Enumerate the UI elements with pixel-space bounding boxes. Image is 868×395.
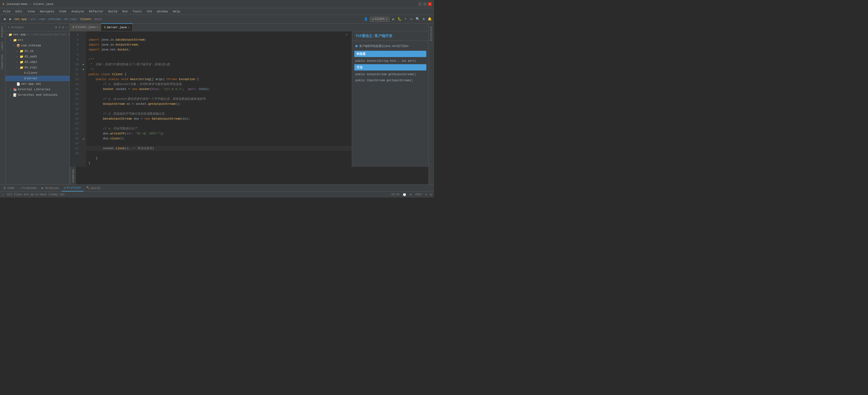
project-settings-icon[interactable]: ⊕ — [55, 26, 57, 29]
breadcrumb-src[interactable]: src — [30, 18, 36, 21]
titlebar-title: javasepromax - Client.java — [6, 2, 53, 6]
project-close-icon[interactable]: ─ — [65, 26, 67, 29]
settings-icon[interactable]: ⚙ — [422, 17, 426, 21]
menu-file[interactable]: File — [1, 9, 12, 14]
tree-label-net-app: net-app — [13, 33, 26, 36]
run-config-dropdown[interactable]: ▶ Client ▾ — [370, 17, 390, 22]
menu-help[interactable]: Help — [171, 9, 182, 14]
bottom-tab-terminal[interactable]: ▶ Terminal — [39, 185, 61, 192]
folder-icon-src: 📁 — [13, 38, 17, 42]
tab-client-java[interactable]: C Client.java ✕ — [70, 23, 101, 31]
tab-close-client[interactable]: ✕ — [96, 26, 98, 29]
breadcrumb-com[interactable]: com — [39, 18, 45, 21]
project-dropdown-icon[interactable]: ▾ Project — [8, 26, 24, 29]
tree-item-client[interactable]: ▸ C Client — [5, 70, 70, 76]
tree-item-d1-ip[interactable]: ▸ 📁 d1_ip — [5, 48, 70, 54]
tree-item-d3-udp2[interactable]: ▸ 📁 d3_udp2 — [5, 59, 70, 65]
update-icon[interactable]: 🔔 — [427, 17, 432, 21]
status-position[interactable]: 25:34 — [391, 193, 400, 196]
tab-label-server: Server.java — [107, 26, 127, 29]
popup-method-getinputstream[interactable]: public InputStream getInputStream() — [354, 78, 426, 84]
popup-content: 客户端程序就是通过java.net包下的So 构造器 public Socket… — [352, 41, 429, 167]
more-run-icon[interactable]: ▷ — [409, 17, 414, 21]
tree-path-net-app: D:\code\javasepromax\net-app — [27, 33, 70, 36]
side-tab-project[interactable]: Project — [0, 24, 5, 39]
tab-server-java[interactable]: S Server.java ✕ — [101, 23, 132, 31]
breadcrumb-client[interactable]: Client — [80, 18, 91, 21]
breadcrumb-main[interactable]: main — [95, 18, 102, 21]
menu-window[interactable]: Window — [155, 9, 170, 14]
breadcrumb-itheima[interactable]: itheima — [48, 18, 61, 21]
checkmark-icon: ✓ — [345, 32, 348, 37]
tree-item-iml[interactable]: ▸ 📄 net-app.iml — [5, 81, 70, 87]
bottom-tab-build[interactable]: 🔨 Build — [84, 185, 102, 192]
tree-item-com-itheima[interactable]: ▾ 📦 com.itheima — [5, 43, 70, 48]
menu-code[interactable]: Code — [57, 9, 68, 14]
tree-item-net-app[interactable]: ▾ 📁 net-app D:\code\javasepromax\net-app — [5, 32, 70, 37]
menu-vcs[interactable]: VCS — [145, 9, 154, 14]
project-more-icon[interactable]: ⚙ — [62, 26, 64, 29]
menu-analyze[interactable]: Analyze — [69, 9, 86, 14]
iml-icon: 📄 — [17, 82, 20, 86]
search-icon[interactable]: 🔍 — [415, 17, 420, 21]
run-gutter-main[interactable]: ▶ — [83, 68, 84, 71]
breadcrumb-d4tcp1[interactable]: d4_tcp1 — [64, 18, 77, 21]
side-tab-structure[interactable]: Structure — [429, 25, 433, 43]
close-button[interactable]: ✕ — [428, 2, 432, 6]
maximize-button[interactable]: □ — [423, 2, 427, 6]
menu-run[interactable]: Run — [120, 9, 130, 14]
folder-icon-net-app: 📁 — [8, 33, 12, 36]
menu-view[interactable]: View — [26, 9, 37, 14]
problems-label: Problems — [22, 187, 37, 190]
right-tab-database[interactable]: Database — [71, 168, 75, 184]
project-panel: ▾ Project ⊕ ≡ ⚙ ─ ▾ 📁 net-app D:\code\ja… — [5, 24, 70, 184]
status-encoding[interactable]: 中 — [409, 193, 412, 197]
side-tab-favorites[interactable]: Favorites — [0, 52, 5, 71]
terminal-icon: ▶ — [42, 186, 43, 190]
warning-gutter-icon: ⚠ — [83, 137, 85, 140]
tree-item-d4-tcp1[interactable]: ▾ 📁 d4_tcp1 — [5, 65, 70, 70]
bottom-tab-profiler[interactable]: ◷ Profiler — [62, 185, 83, 192]
popup-section-constructor[interactable]: 构造器 — [354, 51, 426, 57]
bottom-tab-problems[interactable]: ⚠ Problems — [17, 185, 39, 192]
popup-bullet-text: 客户端程序就是通过java.net包下的So — [359, 44, 408, 48]
popup-section-methods[interactable]: 方法 — [354, 64, 426, 70]
project-collapse-icon[interactable]: ≡ — [59, 26, 61, 29]
debug-button[interactable]: 🐛 — [397, 17, 402, 21]
tab-close-server[interactable]: ✕ — [128, 26, 130, 29]
build-icon: 🔨 — [86, 186, 90, 190]
coverage-button[interactable]: ⚡ — [403, 17, 408, 21]
todo-icon: ☰ — [3, 186, 6, 190]
tree-item-server[interactable]: ▸ S Server — [5, 76, 70, 81]
menu-build[interactable]: Build — [106, 9, 120, 14]
status-settings-icon[interactable]: ⚙ — [430, 193, 432, 196]
menu-navigate[interactable]: Navigate — [37, 9, 57, 14]
run-button[interactable]: ▶ — [391, 17, 396, 21]
user-icon[interactable]: 👤 — [364, 17, 368, 21]
popup-constructor-method[interactable]: public Socket(String host , int port) — [354, 58, 426, 64]
menu-edit[interactable]: Edit — [13, 9, 25, 14]
tree-item-external-libs[interactable]: ▸ 📚 External Libraries — [5, 87, 70, 92]
back-icon[interactable]: ◀ — [2, 17, 7, 21]
bottom-tab-todo[interactable]: ☰ TODO — [1, 185, 17, 192]
tree-item-src[interactable]: ▾ 📁 src — [5, 37, 70, 43]
tree-label-client: Client — [27, 71, 38, 75]
minimize-button[interactable]: ─ — [418, 2, 422, 6]
side-tab-learn[interactable]: Learn — [0, 39, 5, 52]
popup-method-getoutputstream[interactable]: public OutputStream getOutputStream() — [354, 72, 426, 78]
tree-label-d4-tcp1: d4_tcp1 — [24, 66, 37, 69]
titlebar-controls: ─ □ ✕ — [418, 2, 432, 6]
menubar: File Edit View Navigate Code Analyze Ref… — [0, 8, 434, 15]
profiler-label: Profiler — [67, 186, 82, 190]
run-gutter-class[interactable]: ▶ — [83, 63, 84, 66]
forward-icon[interactable]: ▶ — [8, 17, 12, 21]
breadcrumb-net-app[interactable]: net-app — [14, 18, 27, 21]
code-area: ✓ 4 5 6 7 8 9 10 11 12 13 14 15 16 17 18… — [70, 31, 429, 167]
tab-bar: C Client.java ✕ S Server.java ✕ — [70, 24, 429, 31]
tree-item-scratches[interactable]: ▸ 📝 Scratches and Consoles — [5, 92, 70, 97]
titlebar: ♦ javasepromax - Client.java ─ □ ✕ — [0, 0, 434, 8]
tree-item-d2-upd1[interactable]: ▸ 📁 d2_upd1 — [5, 54, 70, 59]
menu-refactor[interactable]: Refactor — [87, 9, 106, 14]
menu-tools[interactable]: Tools — [130, 9, 144, 14]
tree-arrow-net-app: ▾ — [7, 33, 8, 36]
